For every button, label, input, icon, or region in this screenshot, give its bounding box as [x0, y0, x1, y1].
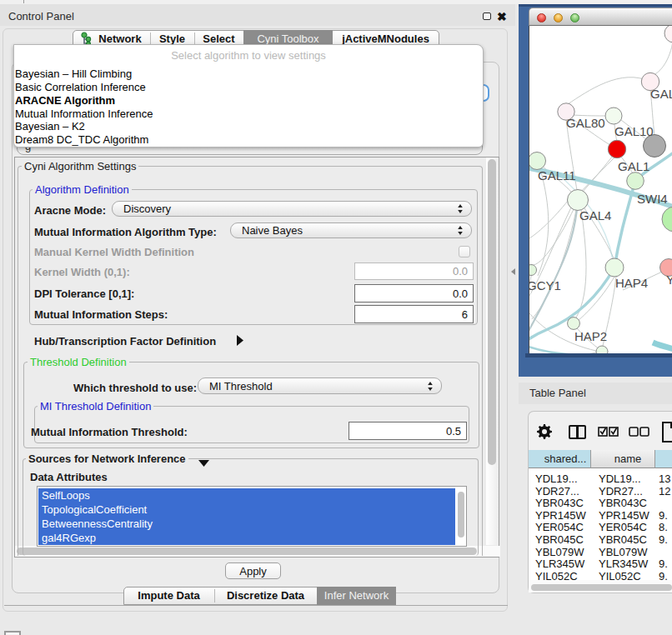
svg-text:GAL7: GAL7	[650, 87, 672, 101]
svg-text:GAL4: GAL4	[579, 208, 611, 222]
svg-text:GAL11: GAL11	[538, 168, 576, 182]
svg-text:GCY1: GCY1	[529, 278, 561, 292]
svg-text:GAL80: GAL80	[566, 116, 605, 130]
svg-text:Y: Y	[666, 272, 672, 287]
svg-text:GAL1: GAL1	[618, 159, 649, 173]
svg-text:GAL10: GAL10	[614, 124, 654, 138]
svg-text:HAP2: HAP2	[574, 329, 607, 343]
svg-text:SWI4: SWI4	[637, 192, 668, 206]
svg-text:HAP4: HAP4	[615, 276, 648, 290]
